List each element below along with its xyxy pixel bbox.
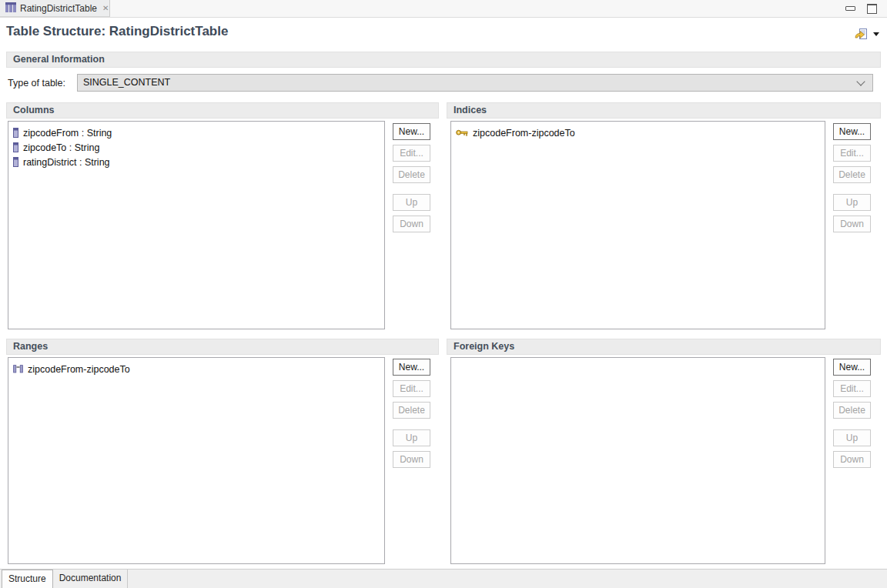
tab-structure[interactable]: Structure [2, 570, 53, 588]
column-icon [13, 157, 18, 167]
chevron-down-icon [856, 77, 865, 85]
table-structure-editor: RatingDistrictTable ✕ Table Structure: R… [0, 0, 887, 588]
foreign-keys-new-button[interactable]: New... [833, 359, 871, 376]
column-item-label: zipcodeFrom : String [23, 128, 112, 139]
ranges-new-button[interactable]: New... [393, 359, 430, 376]
indices-list[interactable]: zipcodeFrom-zipcodeTo [450, 121, 825, 329]
columns-section-header: Columns [6, 102, 439, 119]
close-icon[interactable]: ✕ [102, 5, 109, 12]
list-item[interactable]: ratingDistrict : String [8, 155, 384, 169]
ranges-list[interactable]: zipcodeFrom-zipcodeTo [8, 357, 385, 564]
foreign-keys-list[interactable] [450, 357, 825, 564]
editor-tab-ratingdistricttable[interactable]: RatingDistrictTable ✕ [0, 0, 110, 17]
column-item-label: zipcodeTo : String [23, 142, 99, 153]
columns-new-button[interactable]: New... [393, 123, 430, 140]
list-item[interactable]: zipcodeFrom-zipcodeTo [8, 362, 384, 376]
columns-edit-button[interactable]: Edit... [393, 145, 430, 162]
foreign-keys-delete-button[interactable]: Delete [833, 402, 871, 419]
form-header-toolbar [855, 28, 879, 40]
type-of-table-select[interactable]: SINGLE_CONTENT [77, 74, 873, 92]
key-icon [456, 129, 468, 136]
type-of-table-label: Type of table: [8, 78, 65, 89]
index-item-label: zipcodeFrom-zipcodeTo [473, 128, 575, 139]
list-item[interactable]: zipcodeFrom : String [8, 125, 384, 140]
indices-section-header: Indices [447, 102, 881, 119]
indices-up-button[interactable]: Up [833, 194, 871, 211]
list-item[interactable]: zipcodeFrom-zipcodeTo [451, 125, 825, 140]
columns-up-button[interactable]: Up [393, 194, 430, 211]
indices-down-button[interactable]: Down [833, 215, 871, 232]
editor-page-tab-bar: Structure Documentation [0, 569, 887, 588]
foreign-keys-button-stack: New... Edit... Delete Up Down [833, 359, 871, 468]
editor-tab-bar: RatingDistrictTable ✕ [0, 0, 887, 18]
ranges-section-header: Ranges [6, 339, 439, 355]
foreign-keys-up-button[interactable]: Up [833, 429, 871, 446]
column-icon [13, 142, 18, 152]
type-of-table-value: SINGLE_CONTENT [83, 77, 170, 88]
list-item[interactable]: zipcodeTo : String [8, 140, 384, 155]
columns-button-stack: New... Edit... Delete Up Down [393, 123, 430, 232]
range-item-label: zipcodeFrom-zipcodeTo [28, 364, 130, 375]
indices-button-stack: New... Edit... Delete Up Down [833, 123, 871, 232]
ranges-button-stack: New... Edit... Delete Up Down [393, 359, 430, 468]
column-icon [13, 128, 18, 138]
foreign-keys-down-button[interactable]: Down [833, 451, 871, 468]
columns-list[interactable]: zipcodeFrom : String zipcodeTo : String … [8, 121, 385, 329]
foreign-keys-section-header: Foreign Keys [447, 339, 881, 355]
ranges-up-button[interactable]: Up [393, 429, 430, 446]
indices-delete-button[interactable]: Delete [833, 166, 871, 183]
page-title: Table Structure: RatingDistrictTable [6, 24, 228, 39]
view-window-controls [845, 3, 877, 14]
tab-documentation[interactable]: Documentation [53, 570, 129, 588]
view-menu-icon[interactable] [855, 28, 868, 40]
columns-down-button[interactable]: Down [393, 215, 430, 232]
minimize-icon[interactable] [845, 6, 855, 11]
ranges-edit-button[interactable]: Edit... [393, 380, 430, 397]
foreign-keys-edit-button[interactable]: Edit... [833, 380, 871, 397]
ranges-down-button[interactable]: Down [393, 451, 430, 468]
columns-delete-button[interactable]: Delete [393, 166, 430, 183]
table-icon [5, 2, 16, 15]
maximize-icon[interactable] [867, 4, 877, 14]
general-information-header: General Information [6, 52, 881, 68]
editor-tab-label: RatingDistrictTable [20, 3, 97, 14]
ranges-delete-button[interactable]: Delete [393, 402, 430, 419]
range-icon [13, 364, 23, 374]
column-item-label: ratingDistrict : String [23, 157, 110, 168]
indices-edit-button[interactable]: Edit... [833, 145, 871, 162]
indices-new-button[interactable]: New... [833, 123, 871, 140]
chevron-down-icon[interactable] [873, 32, 879, 36]
